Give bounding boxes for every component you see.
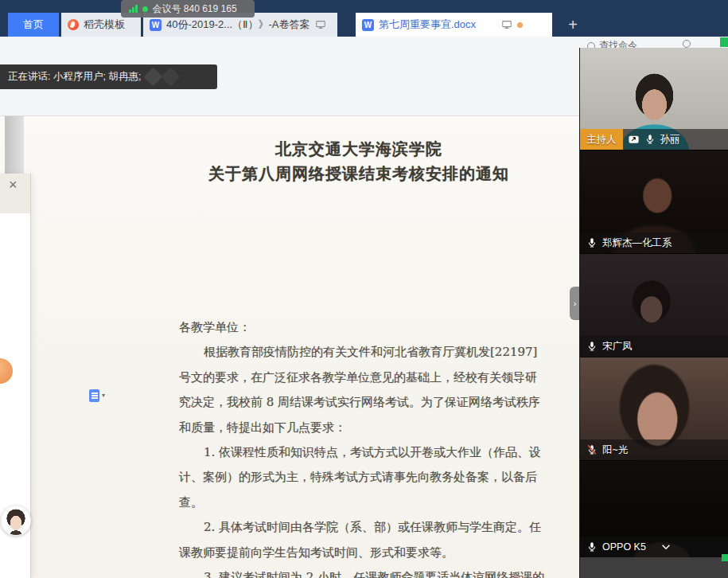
document-icon (89, 389, 99, 402)
doc-line: 根据教育部疫情防控的有关文件和河北省教育厅冀机发[22197] (179, 340, 542, 365)
title-bar: 首页 稻壳模板 W 40份-2019-2...（Ⅱ）》-A卷答案 W 第七周重要… (0, 0, 728, 37)
smart-tag-button[interactable]: ▾ (89, 389, 105, 402)
doc-body: 各教学单位： 根据教育部疫情防控的有关文件和河北省教育厅冀机发[22197] 号… (179, 315, 542, 578)
participant-label: 宋广凤 (580, 336, 728, 357)
docer-icon (68, 19, 79, 30)
unsaved-dot (517, 22, 523, 28)
recording-dot-icon (142, 6, 148, 12)
wps-logo-watermark (143, 67, 162, 86)
tab-document-2-label: 第七周重要事宜.docx (379, 18, 476, 32)
tab-docer-label: 稻壳模板 (84, 18, 125, 32)
screen-share-icon (628, 134, 640, 146)
tab-document-1-label: 40份-2019-2...（Ⅱ）》-A卷答案 (166, 18, 310, 32)
tab-home[interactable]: 首页 (8, 13, 59, 37)
screen: 首页 稻壳模板 W 40份-2019-2...（Ⅱ）》-A卷答案 W 第七周重要… (0, 0, 728, 578)
participant-label: 阳~光 (580, 439, 728, 460)
wps-writer-icon: W (150, 19, 162, 31)
meeting-id-pill[interactable]: 会议号 840 619 165 (121, 0, 255, 18)
participant-name: OPPO K5 (602, 541, 646, 553)
participant-name: 阳~光 (602, 443, 628, 457)
doc-line: 号文的要求，在广泛征求各教学单位意见的基础上，经校有关领导研 (179, 365, 542, 390)
doc-line: 3. 建议考试时间为 2 小时。任课教师命题要适当体谅网络授课的 (179, 565, 542, 578)
video-panel-footer (580, 557, 728, 578)
signal-bars-icon (129, 5, 138, 13)
user-account-icon[interactable] (683, 40, 691, 48)
meeting-id-text: 会议号 840 619 165 (153, 2, 237, 16)
screen-cast-icon (501, 19, 512, 30)
doc-line: 课教师要提前向学生告知考试时间、形式和要求等。 (179, 541, 542, 565)
wps-writer-icon: W (362, 19, 374, 31)
doc-line: 各教学单位： (179, 315, 542, 340)
status-indicator (720, 37, 728, 47)
mic-icon (586, 541, 598, 553)
doc-title-line-2: 关于第八周网络授课结束考核安排的通知 (179, 163, 539, 185)
screen-cast-icon (315, 19, 326, 30)
speaking-toast-text: 正在讲话: 小程序用户; 胡冉惠; (8, 70, 141, 84)
mic-muted-icon (586, 444, 598, 455)
new-tab-button[interactable]: + (561, 13, 585, 37)
doc-line: 计、案例）的形式为主，特殊考试方式请事先向教务处备案，以备后 (179, 465, 542, 490)
participant-name: 孙丽 (660, 133, 680, 146)
meeting-video-panel: 主持人 孙丽 郑辉杰—化工系 宋广凤 阳~光 (579, 48, 728, 578)
close-icon[interactable]: × (9, 178, 18, 192)
document-canvas[interactable]: 北京交通大学海滨学院 关于第八周网络授课结束考核安排的通知 各教学单位： 根据教… (0, 116, 581, 578)
chevron-down-icon[interactable] (660, 541, 672, 553)
video-tile[interactable]: 郑辉杰—化工系 (580, 150, 728, 253)
status-indicator (722, 554, 728, 561)
wps-logo-watermark (161, 67, 180, 86)
doc-line: 查。 (179, 490, 542, 515)
avatar[interactable] (1, 506, 31, 536)
participant-label: 主持人 孙丽 (580, 129, 728, 150)
tab-document-2-active[interactable]: W 第七周重要事宜.docx (356, 13, 552, 37)
participant-name: 郑辉杰—化工系 (602, 236, 672, 250)
participant-label: OPPO K5 (580, 537, 728, 557)
participant-label: 郑辉杰—化工系 (580, 232, 728, 253)
mic-icon (644, 134, 656, 145)
mic-icon (586, 237, 598, 248)
video-tile[interactable]: 阳~光 (580, 357, 728, 460)
tab-home-label: 首页 (23, 18, 44, 32)
video-tile[interactable]: OPPO K5 (580, 460, 728, 557)
doc-title-line-1: 北京交通大学海滨学院 (179, 139, 539, 160)
video-tile[interactable]: 主持人 孙丽 (580, 48, 728, 150)
new-tab-plus: + (568, 16, 578, 34)
doc-line: 1. 依课程性质和知识特点，考试方式以开卷或大作业（作品、设 (179, 440, 542, 465)
participant-name: 宋广凤 (602, 340, 633, 353)
background-window-edge (5, 116, 24, 174)
host-badge: 主持人 (580, 129, 623, 150)
speaking-toast: 正在讲话: 小程序用户; 胡冉惠; (0, 64, 217, 89)
doc-line: 和质量，特提出如下几点要求： (179, 416, 542, 440)
doc-line: 2. 具体考试时间由各学院（系、部）或任课教师与学生商定。任 (179, 515, 542, 540)
video-tile[interactable]: 宋广凤 (580, 253, 728, 357)
doc-line: 究决定，我校前 8 周结课考试实行网络考试。为了保证网络考试秩序 (179, 390, 542, 415)
mic-icon (586, 341, 598, 352)
chevron-down-icon: ▾ (102, 392, 105, 399)
